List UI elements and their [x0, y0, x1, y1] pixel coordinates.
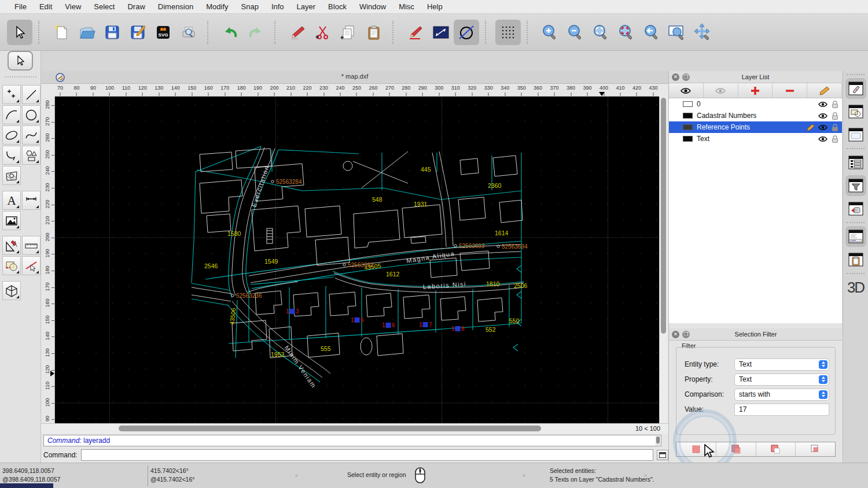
cut-button[interactable]: [310, 20, 336, 45]
dimension-tool[interactable]: [22, 191, 41, 210]
spline-tool[interactable]: [22, 125, 41, 145]
entity-type-select[interactable]: Text: [734, 358, 829, 371]
layer-lock-icon[interactable]: [832, 124, 838, 131]
delete-button[interactable]: [285, 20, 310, 45]
command-history-scrollbar[interactable]: [656, 436, 660, 445]
pointer-button[interactable]: [7, 20, 32, 45]
save-button[interactable]: [100, 20, 125, 45]
drawing-canvas[interactable]: 4452360548193116141580254615491612181025…: [55, 97, 659, 423]
layer-edit-icon[interactable]: [807, 124, 815, 131]
add-layer-button[interactable]: [738, 83, 773, 98]
auto-zoom-button[interactable]: [588, 20, 613, 45]
save-as-button[interactable]: [125, 20, 150, 45]
draw-pen-button[interactable]: [403, 20, 428, 45]
zoom-window-button[interactable]: [664, 20, 690, 45]
image-tool[interactable]: [2, 211, 21, 230]
intersect-selection-button[interactable]: [796, 442, 835, 456]
copy-button[interactable]: [336, 20, 361, 45]
remove-from-selection-button[interactable]: [756, 442, 796, 456]
layer-visible-icon[interactable]: [818, 124, 827, 131]
menu-modify[interactable]: Modify: [200, 2, 234, 11]
text-tool[interactable]: A: [2, 191, 21, 210]
library-browser-dock-button[interactable]: [845, 198, 866, 219]
selection-filter-dock-button[interactable]: [845, 175, 866, 196]
command-toggle-button[interactable]: [657, 450, 668, 460]
line-tool[interactable]: [22, 85, 41, 104]
layer-color-swatch[interactable]: [683, 101, 693, 107]
menu-help[interactable]: Help: [421, 2, 449, 11]
modify-tool[interactable]: [2, 236, 21, 255]
show-all-layers-button[interactable]: [669, 83, 704, 98]
divide-tool[interactable]: [22, 256, 41, 275]
remove-layer-button[interactable]: [773, 83, 807, 98]
zoom-out-button[interactable]: [562, 20, 588, 45]
menu-dimension[interactable]: Dimension: [152, 2, 200, 11]
polyline-tool[interactable]: [2, 146, 21, 165]
menu-info[interactable]: Info: [265, 2, 290, 11]
layer-color-swatch[interactable]: [683, 124, 693, 130]
layer-lock-icon[interactable]: [832, 112, 838, 120]
menu-layer[interactable]: Layer: [290, 2, 322, 11]
layer-color-swatch[interactable]: [683, 136, 693, 142]
block-list-dock-button[interactable]: [845, 101, 866, 122]
zoom-in-button[interactable]: [537, 20, 562, 45]
selection-pointer-button[interactable]: [8, 51, 33, 71]
pan-button[interactable]: [690, 20, 715, 45]
layer-visible-icon[interactable]: [818, 136, 827, 142]
arc-tool[interactable]: [2, 105, 21, 124]
layer-row-text[interactable]: Text: [669, 133, 842, 145]
value-input[interactable]: [734, 404, 829, 416]
new-file-button[interactable]: [49, 20, 74, 45]
open-file-button[interactable]: [74, 20, 100, 45]
print-preview-button[interactable]: [176, 20, 201, 45]
view-list-dock-button[interactable]: [845, 124, 866, 145]
menu-select[interactable]: Select: [87, 2, 121, 11]
menu-misc[interactable]: Misc: [392, 2, 421, 11]
svg-export-button[interactable]: SVG: [150, 20, 176, 45]
redo-button[interactable]: [243, 20, 269, 45]
points-tool[interactable]: [2, 85, 21, 104]
menu-file[interactable]: File: [8, 2, 33, 11]
shapes-tool[interactable]: [22, 146, 41, 165]
clipboard-dock-button[interactable]: [845, 249, 866, 270]
vertical-scrollbar[interactable]: [659, 97, 667, 423]
document-titlebar[interactable]: * map.dxf: [41, 71, 668, 84]
replace-selection-button[interactable]: [676, 442, 716, 456]
menu-block[interactable]: Block: [322, 2, 353, 11]
layer-lock-icon[interactable]: [832, 101, 838, 108]
ellipse-tool[interactable]: [2, 125, 21, 145]
layer-visible-icon[interactable]: [818, 101, 827, 108]
circle-tool[interactable]: [22, 105, 41, 124]
property-editor-dock-button[interactable]: [845, 78, 866, 99]
dimension-button[interactable]: [428, 20, 454, 45]
property-select[interactable]: Text: [734, 374, 829, 386]
layer-list-dock-button[interactable]: [845, 152, 866, 173]
command-history[interactable]: Command: layeradd: [43, 435, 661, 446]
circle-line-button[interactable]: [454, 20, 479, 45]
layer-row-0[interactable]: 0: [669, 98, 842, 110]
layer-color-swatch[interactable]: [683, 113, 693, 119]
measure-tool[interactable]: [22, 236, 41, 255]
comparison-select[interactable]: starts with: [734, 389, 829, 401]
edit-layer-button[interactable]: [807, 83, 842, 98]
modify-shapes-tool[interactable]: [2, 256, 21, 275]
grid-toggle-button[interactable]: [495, 20, 521, 45]
paste-button[interactable]: [361, 20, 387, 45]
layer-row-cadastral-numbers[interactable]: Cadastral Numbers: [669, 110, 842, 121]
menu-window[interactable]: Window: [353, 2, 392, 11]
command-input[interactable]: [81, 449, 653, 461]
undo-button[interactable]: [218, 20, 243, 45]
layer-lock-icon[interactable]: [832, 135, 838, 143]
menu-draw[interactable]: Draw: [121, 2, 151, 11]
layer-visible-icon[interactable]: [818, 113, 827, 119]
solid-3d-tool[interactable]: [2, 281, 21, 300]
previous-view-button[interactable]: [639, 20, 664, 45]
hatch-tool[interactable]: [2, 166, 21, 185]
add-to-selection-button[interactable]: [716, 442, 756, 456]
zoom-selection-button[interactable]: [613, 20, 639, 45]
hide-all-layers-button[interactable]: [704, 83, 738, 98]
command-line-dock-button[interactable]: [845, 226, 866, 247]
menu-snap[interactable]: Snap: [235, 2, 265, 11]
horizontal-scrollbar[interactable]: [55, 424, 639, 433]
menu-edit[interactable]: Edit: [33, 2, 58, 11]
